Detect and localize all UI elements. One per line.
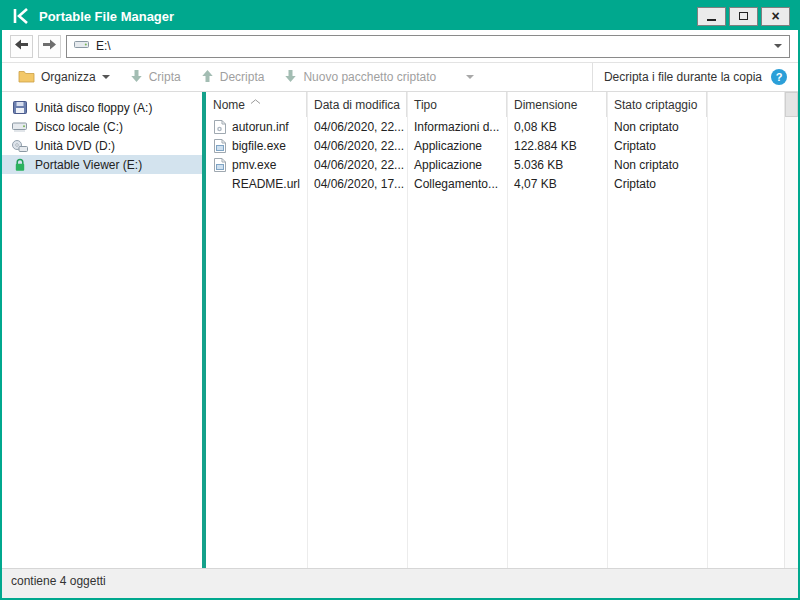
title-bar: Portable File Manager × [2, 2, 798, 30]
navigation-bar: E:\ [2, 30, 798, 62]
sort-asc-icon [250, 93, 261, 107]
sidebar-item-label: Disco locale (C:) [35, 120, 123, 134]
file-encryption-status: Criptato [607, 177, 707, 191]
chevron-down-icon [102, 75, 110, 79]
forward-icon [42, 38, 57, 54]
column-header-label: Stato criptaggio [614, 98, 697, 112]
file-size: 4,07 KB [507, 177, 607, 191]
file-name: autorun.inf [232, 120, 289, 134]
file-row-bigfile[interactable]: bigfile.exe 04/06/2020, 22... Applicazio… [206, 136, 798, 155]
minimize-button[interactable] [697, 7, 726, 26]
sidebar-item-local-c[interactable]: Disco locale (C:) [2, 117, 202, 136]
organizza-button[interactable]: Organizza [8, 63, 120, 91]
file-type: Collegamento... [407, 177, 507, 191]
copy-option-label: Decripta i file durante la copia [604, 70, 762, 84]
file-row-autorun[interactable]: autorun.inf 04/06/2020, 22... Informazio… [206, 117, 798, 136]
file-type: Informazioni d... [407, 120, 507, 134]
exe-file-icon [213, 158, 226, 172]
column-header-label: Nome [213, 98, 245, 112]
hdd-icon [11, 121, 28, 132]
address-text: E:\ [96, 39, 767, 53]
folder-icon [18, 69, 35, 86]
file-row-readme[interactable]: README.url 04/06/2020, 17... Collegament… [206, 174, 798, 193]
file-type: Applicazione [407, 158, 507, 172]
sidebar-item-dvd-d[interactable]: Unità DVD (D:) [2, 136, 202, 155]
maximize-button[interactable] [729, 7, 758, 26]
window-title: Portable File Manager [39, 9, 174, 24]
column-header-dimensione[interactable]: Dimensione [507, 92, 607, 117]
vertical-scrollbar[interactable] [784, 92, 798, 568]
sidebar-item-portable-e[interactable]: Portable Viewer (E:) [2, 155, 202, 174]
file-size: 122.884 KB [507, 139, 607, 153]
drives-sidebar: Unità disco floppy (A:) Disco locale (C:… [2, 92, 202, 568]
file-name: README.url [232, 177, 300, 191]
close-button[interactable]: × [761, 7, 790, 26]
status-text: contiene 4 oggetti [11, 574, 106, 588]
exe-file-icon [213, 139, 226, 153]
back-icon [14, 38, 29, 54]
decripta-button[interactable]: Decripta [191, 63, 275, 91]
window-controls: × [697, 7, 790, 26]
floppy-icon [11, 101, 28, 114]
portable-file-manager-window: Portable File Manager × E:\ Organizza [0, 0, 800, 600]
file-row-pmv[interactable]: pmv.exe 04/06/2020, 22... Applicazione 5… [206, 155, 798, 174]
cripta-label: Cripta [149, 70, 181, 84]
column-header-tipo[interactable]: Tipo [407, 92, 507, 117]
column-header-data-di-modifica[interactable]: Data di modifica [307, 92, 407, 117]
file-list-panel: Nome Data di modifica Tipo Dimensione St… [206, 92, 798, 568]
file-type: Applicazione [407, 139, 507, 153]
close-icon: × [771, 9, 779, 23]
help-icon[interactable]: ? [771, 69, 787, 85]
kaspersky-logo-icon [12, 8, 30, 24]
file-modified: 04/06/2020, 22... [307, 158, 407, 172]
column-header-label: Data di modifica [314, 98, 400, 112]
file-modified: 04/06/2020, 17... [307, 177, 407, 191]
copy-option-group: Decripta i file durante la copia ? [592, 63, 798, 91]
decrypt-arrow-icon [201, 69, 214, 86]
back-button[interactable] [10, 35, 33, 58]
chevron-down-icon[interactable] [466, 75, 474, 79]
sidebar-item-label: Portable Viewer (E:) [35, 158, 142, 172]
column-header-label: Dimensione [514, 98, 577, 112]
scrollbar-top-box[interactable] [785, 92, 798, 117]
drive-icon [74, 39, 89, 53]
dvd-icon [11, 140, 28, 152]
file-modified: 04/06/2020, 22... [307, 120, 407, 134]
chevron-down-icon[interactable] [774, 44, 782, 48]
package-arrow-icon [284, 69, 297, 86]
address-bar[interactable]: E:\ [66, 35, 790, 58]
forward-button[interactable] [38, 35, 61, 58]
organizza-label: Organizza [41, 70, 96, 84]
status-bar: contiene 4 oggetti [2, 568, 798, 598]
column-header-label: Tipo [414, 98, 437, 112]
column-header-stato-criptaggio[interactable]: Stato criptaggio [607, 92, 707, 117]
lock-icon [11, 158, 28, 172]
file-size: 5.036 KB [507, 158, 607, 172]
file-modified: 04/06/2020, 22... [307, 139, 407, 153]
nuovo-pacchetto-label: Nuovo pacchetto criptato [303, 70, 436, 84]
toolbar: Organizza Cripta Decripta Nuovo pacchett… [2, 62, 798, 92]
cripta-button[interactable]: Cripta [120, 63, 191, 91]
nuovo-pacchetto-button[interactable]: Nuovo pacchetto criptato [274, 63, 484, 91]
minimize-icon [707, 19, 716, 21]
file-name: bigfile.exe [232, 139, 286, 153]
file-encryption-status: Criptato [607, 139, 707, 153]
file-size: 0,08 KB [507, 120, 607, 134]
file-encryption-status: Non criptato [607, 158, 707, 172]
encrypt-arrow-icon [130, 69, 143, 86]
maximize-icon [739, 12, 748, 20]
column-header-nome[interactable]: Nome [206, 92, 307, 117]
sidebar-item-label: Unità DVD (D:) [35, 139, 115, 153]
file-encryption-status: Non criptato [607, 120, 707, 134]
autorun-file-icon [213, 120, 226, 134]
decripta-label: Decripta [220, 70, 265, 84]
file-name: pmv.exe [232, 158, 276, 172]
list-header: Nome Data di modifica Tipo Dimensione St… [206, 92, 798, 117]
sidebar-item-label: Unità disco floppy (A:) [35, 101, 152, 115]
content-area: Unità disco floppy (A:) Disco locale (C:… [2, 92, 798, 568]
sidebar-item-floppy-a[interactable]: Unità disco floppy (A:) [2, 98, 202, 117]
